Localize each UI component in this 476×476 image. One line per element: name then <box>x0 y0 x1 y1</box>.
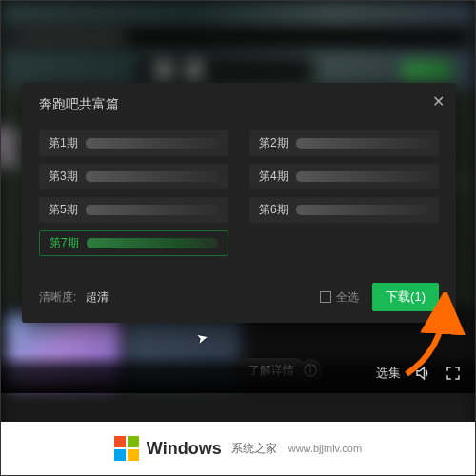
episode-item-5[interactable]: 第5期 <box>39 197 228 223</box>
watermark-url: www.bjjmlv.com <box>288 443 362 454</box>
player-control-bar: 选集 <box>1 353 475 393</box>
episode-item-7[interactable]: 第7期 <box>39 230 228 256</box>
clarity-label: 清晰度: <box>39 290 76 304</box>
episode-label: 第1期 <box>49 135 78 151</box>
episodes-button[interactable]: 选集 <box>376 365 401 382</box>
select-all-checkbox[interactable]: 全选 <box>320 289 359 306</box>
volume-icon[interactable] <box>414 365 431 382</box>
watermark-bar: Windows 系统之家 www.bjjmlv.com <box>1 422 475 475</box>
watermark-brand-sub: 系统之家 <box>231 441 277 457</box>
checkbox-icon <box>320 291 331 303</box>
select-all-label: 全选 <box>336 290 359 304</box>
clarity-value: 超清 <box>86 290 109 304</box>
episode-item-3[interactable]: 第3期 <box>39 164 228 189</box>
modal-title: 奔跑吧共富篇 <box>39 96 439 113</box>
episode-label: 第5期 <box>49 202 78 218</box>
episode-item-4[interactable]: 第4期 <box>249 164 439 189</box>
episode-label: 第3期 <box>49 169 78 185</box>
fullscreen-icon[interactable] <box>445 365 462 382</box>
episode-label: 第2期 <box>259 135 288 151</box>
watermark-brand: Windows <box>147 439 222 459</box>
close-icon[interactable]: ✕ <box>432 94 445 109</box>
episode-item-2[interactable]: 第2期 <box>249 130 439 156</box>
windows-logo-icon <box>114 436 139 461</box>
download-button[interactable]: 下载(1) <box>372 283 439 311</box>
episode-label: 第7期 <box>50 235 79 251</box>
episode-item-1[interactable]: 第1期 <box>39 130 228 156</box>
clarity-selector[interactable]: 清晰度: 超清 <box>39 289 109 306</box>
episode-grid: 第1期 第2期 第3期 第4期 第5期 第6期 第7期 <box>39 130 439 256</box>
download-modal: 奔跑吧共富篇 ✕ 第1期 第2期 第3期 第4期 第5期 第6期 第7期 清晰度… <box>22 83 456 323</box>
episode-label: 第4期 <box>259 169 288 185</box>
episode-label: 第6期 <box>259 202 288 218</box>
episode-item-6[interactable]: 第6期 <box>249 197 439 223</box>
